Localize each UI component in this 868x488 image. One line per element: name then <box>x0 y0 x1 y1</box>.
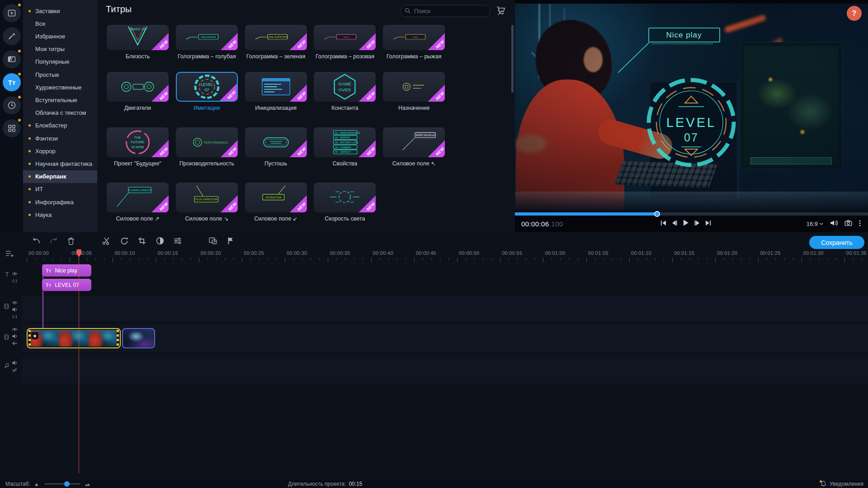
sidebar-item-3[interactable]: Избранное <box>23 30 97 42</box>
seek-bar[interactable] <box>515 212 868 216</box>
crop-icon[interactable] <box>137 236 147 246</box>
zoom-out-mountain-icon[interactable] <box>34 482 40 486</box>
timeline-zoom-slider[interactable] <box>44 483 80 484</box>
timeline-panel: Сохранить 00:00:0000:00:0500:00:1000:00:… <box>0 232 868 480</box>
video-track-icon[interactable] <box>4 333 10 340</box>
snapshot-camera-icon[interactable] <box>844 220 852 228</box>
title-track-link-icon[interactable] <box>12 277 18 284</box>
title-template-card[interactable]: PLASMA CONDUITNEWСиловое поле ↗ <box>107 183 169 223</box>
title-template-card[interactable]: PERFORMANCENEWПроизводительность <box>176 127 238 168</box>
sidebar-item-15[interactable]: ИТ <box>23 183 97 196</box>
title-template-card[interactable]: NEWДвигатели <box>107 72 169 112</box>
video-clip[interactable]: ★ <box>27 328 121 348</box>
title-template-card[interactable]: ▪▪▪▪▪NEWГолограмма – рыжая <box>383 25 445 61</box>
title-template-card[interactable]: MASS 14NEWБлизость <box>107 25 169 61</box>
sidebar-item-14[interactable]: Киберпанк <box>23 170 97 183</box>
title-template-card[interactable]: WARP NACELLENEWСиловое поле ↖ <box>383 127 445 168</box>
sidebar-item-5[interactable]: Популярные <box>23 56 97 68</box>
title-clip[interactable]: TтLEVEL 07 <box>42 279 91 291</box>
sidebar-item-13[interactable]: Научная фантастика <box>23 157 97 170</box>
sidebar-item-8[interactable]: Вступительные <box>23 94 97 106</box>
sidebar-item-17[interactable]: Наука <box>23 208 97 221</box>
sidebar-item-9[interactable]: Облачка с текстом <box>23 107 97 119</box>
overlay-track-visibility-icon[interactable] <box>12 299 18 305</box>
sliders-icon[interactable] <box>173 236 183 246</box>
title-template-card[interactable]: LEVEL07NEWИмитация <box>176 72 238 112</box>
rail-item-titles[interactable]: Tт <box>3 73 21 91</box>
ruler-timecode: 00:01:05 <box>588 250 609 256</box>
preview-video: Nice play LEVEL 07 <box>515 4 868 212</box>
title-template-card[interactable]: HOLOGICSNEWГолограмма – голубая <box>176 25 238 61</box>
rail-item-stickers[interactable] <box>3 96 21 114</box>
title-template-card[interactable]: NEWИнициализация <box>245 72 307 112</box>
title-template-card[interactable]: GAMEOVERNEWКонстанта <box>314 72 376 112</box>
category-label: Облачка с текстом <box>35 109 86 116</box>
kebab-menu-icon[interactable] <box>859 220 861 228</box>
new-dot <box>28 188 31 190</box>
title-template-card[interactable]: LIFE SUPPORTNEWГолограмма – зеленая <box>245 25 307 61</box>
video-track-mute-icon[interactable] <box>12 333 18 339</box>
template-thumbnail: ANTIMATTERNEW <box>245 183 307 212</box>
title-template-card[interactable]: ANTIMATTERNEWСиловое поле ↙ <box>245 183 307 223</box>
play-button[interactable] <box>682 219 689 228</box>
sidebar-item-7[interactable]: Художественные <box>23 81 97 94</box>
pip-export-icon[interactable] <box>208 236 218 246</box>
rail-item-more-tools[interactable] <box>3 119 21 137</box>
rail-item-filters[interactable] <box>3 27 21 45</box>
trash-icon[interactable] <box>66 236 76 246</box>
sidebar-item-10[interactable]: Блокбастер <box>23 119 97 132</box>
audio-track-mute-icon[interactable] <box>12 359 18 366</box>
undo-icon[interactable] <box>31 236 41 246</box>
title-template-card[interactable]: 01 - PERFORMANCE02 - DESIGN03 - BATTERY … <box>314 127 376 168</box>
zoom-slider-thumb[interactable] <box>64 481 70 487</box>
notifications-button[interactable]: Уведомления <box>821 481 863 487</box>
search-input[interactable] <box>414 8 494 14</box>
title-template-card[interactable]: NEWНазначение <box>383 72 445 112</box>
flag-icon[interactable] <box>226 236 236 246</box>
playhead-handle[interactable] <box>76 249 81 257</box>
title-template-card[interactable]: ▪▪▪▪▪NEWГолограмма – розовая <box>314 25 376 61</box>
title-template-card[interactable]: THEFUTUREIS NOWNEWПроект "Будущее" <box>107 127 169 168</box>
scissors-icon[interactable] <box>101 236 111 246</box>
scrollbar-thumb[interactable] <box>511 25 514 93</box>
overlay-track-mute-icon[interactable] <box>12 306 18 312</box>
rotate-icon[interactable] <box>119 236 129 246</box>
overlay-track-icon[interactable] <box>4 303 10 309</box>
rail-item-import[interactable] <box>3 4 21 22</box>
video-track-visibility-icon[interactable] <box>12 326 18 332</box>
save-button[interactable]: Сохранить <box>809 236 864 249</box>
template-label: Константа <box>314 105 376 112</box>
title-template-card[interactable]: FLUX CAPACITORNEWСиловое поле ↘ <box>176 183 238 223</box>
sidebar-item-6[interactable]: Простые <box>23 68 97 81</box>
help-button[interactable]: ? <box>847 6 862 21</box>
title-clip[interactable]: TтNice play <box>42 264 91 277</box>
video-track-arrow-icon[interactable] <box>12 340 18 346</box>
sidebar-item-1[interactable]: Заставки <box>23 5 97 17</box>
video-clip[interactable] <box>122 328 155 348</box>
sidebar-item-11[interactable]: Фэнтези <box>23 132 97 145</box>
volume-icon[interactable] <box>830 220 838 228</box>
title-template-card[interactable]: NEWПустошь <box>245 127 307 168</box>
audio-track-icon[interactable] <box>4 362 10 368</box>
overlay-track-link-icon[interactable] <box>12 313 18 319</box>
svg-text:02 - DESIGN: 02 - DESIGN <box>335 136 350 139</box>
redo-icon[interactable] <box>49 236 59 246</box>
prev-frame-button[interactable] <box>671 220 677 228</box>
aspect-ratio-select[interactable]: 16:9 <box>807 221 823 227</box>
skip-start-button[interactable] <box>660 220 666 228</box>
title-template-card[interactable]: NEWСкорость света <box>314 183 376 223</box>
add-track-icon[interactable] <box>5 250 15 258</box>
template-label: Имитация <box>176 105 238 112</box>
title-track-visibility-icon[interactable] <box>12 270 18 277</box>
skip-end-button[interactable] <box>705 220 711 228</box>
audio-track-wave-icon[interactable] <box>12 366 18 373</box>
sidebar-item-4[interactable]: Мои титры <box>23 43 97 56</box>
zoom-in-mountain-icon[interactable] <box>85 482 90 486</box>
sidebar-item-2[interactable]: Все <box>23 17 97 30</box>
next-frame-button[interactable] <box>694 220 700 228</box>
sidebar-item-12[interactable]: Хоррор <box>23 145 97 157</box>
contrast-icon[interactable] <box>155 236 165 246</box>
store-cart-icon[interactable] <box>496 6 506 15</box>
sidebar-item-16[interactable]: Инфографика <box>23 196 97 208</box>
rail-item-transitions[interactable] <box>3 50 21 68</box>
